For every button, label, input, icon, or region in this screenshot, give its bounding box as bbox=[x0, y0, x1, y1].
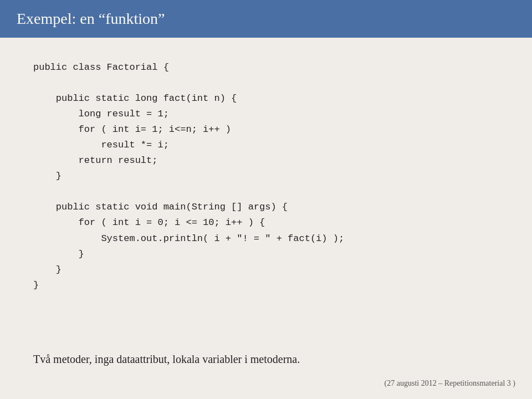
main-content: public class Factorial { public static l… bbox=[0, 38, 532, 304]
code-line: return result; bbox=[33, 153, 499, 168]
code-line: System.out.println( i + "! = " + fact(i)… bbox=[33, 231, 499, 247]
code-line: result *= i; bbox=[33, 137, 499, 153]
code-line: public class Factorial { bbox=[33, 60, 499, 75]
code-line: for ( int i = 0; i <= 10; i++ ) { bbox=[33, 215, 499, 231]
code-line bbox=[33, 75, 499, 91]
code-line: public static void main(String [] args) … bbox=[33, 200, 499, 215]
code-line: long result = 1; bbox=[33, 106, 499, 122]
footer-credit: (27 augusti 2012 – Repetitionsmaterial 3… bbox=[385, 379, 515, 388]
code-line: } bbox=[33, 262, 499, 278]
code-line: } bbox=[33, 278, 499, 293]
code-line: public static long fact(int n) { bbox=[33, 91, 499, 106]
code-block: public class Factorial { public static l… bbox=[33, 60, 499, 293]
footer-description: Två metoder, inga dataattribut, lokala v… bbox=[33, 353, 499, 366]
code-line: } bbox=[33, 247, 499, 262]
code-line: for ( int i= 1; i<=n; i++ ) bbox=[33, 122, 499, 137]
slide-title: Exempel: en “funktion” bbox=[17, 10, 165, 28]
code-line bbox=[33, 184, 499, 200]
header-bar: Exempel: en “funktion” bbox=[0, 0, 532, 38]
code-line: } bbox=[33, 168, 499, 184]
